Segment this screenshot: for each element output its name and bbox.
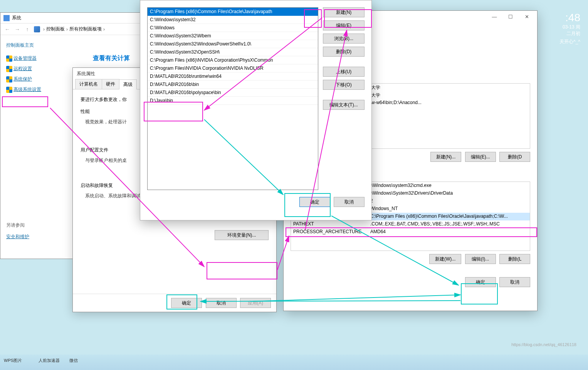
shield-icon	[6, 87, 12, 93]
path-entry[interactable]: C:\Program Files (x86)\Common Files\Orac…	[148, 8, 318, 16]
shield-icon	[6, 66, 12, 72]
edit-sys-var-button[interactable]: 编辑(I)...	[465, 254, 496, 264]
edit-path-button[interactable]: 编辑(E)	[323, 20, 365, 30]
link-label: 高级系统设置	[13, 86, 41, 93]
edit-text-button[interactable]: 编辑文本(T)...	[323, 100, 365, 110]
cp-home-heading[interactable]: 控制面板主页	[6, 42, 134, 49]
edit-user-var-button[interactable]: 编辑(E)...	[465, 152, 496, 162]
path-cancel-button[interactable]: 取消	[334, 197, 365, 207]
browse-path-button[interactable]: 浏览(B)...	[323, 34, 365, 44]
sys-vars-buttons: 新建(W)... 编辑(I)... 删除(L	[291, 254, 530, 264]
nav-back-button[interactable]: ←	[2, 25, 12, 34]
control-panel-icon	[34, 26, 40, 32]
dialog-footer: 确定 取消 应用(A)	[73, 294, 276, 312]
path-entry[interactable]: C:\Windows\System32\Wbem	[148, 32, 318, 40]
var-value: 2	[368, 198, 530, 204]
new-path-button[interactable]: 新建(N)	[323, 7, 365, 17]
path-entry[interactable]: C:\Windows\system32	[148, 16, 318, 24]
path-entry[interactable]: C:\Windows\System32\WindowsPowerShell\v1…	[148, 40, 318, 48]
env-ok-button[interactable]: 确定	[465, 277, 496, 287]
path-entries-list[interactable]: C:\Program Files (x86)\Common Files\Orac…	[147, 7, 318, 190]
desktop-clock: :48 03-13 周 二月初 天开心^_^	[559, 12, 580, 45]
delete-user-var-button[interactable]: 删除(D	[499, 152, 530, 162]
var-value: C:\Program Files (x86)\Common Files\Orac…	[368, 214, 530, 220]
path-entry[interactable]: C:\Windows\System32\OpenSSH\	[148, 48, 318, 56]
breadcrumb-item[interactable]: 控制面板	[46, 26, 65, 32]
shield-icon	[6, 56, 12, 62]
tab-hardware[interactable]: 硬件	[102, 79, 119, 89]
taskbar[interactable]: WPS图片 人前加速器 微信	[0, 355, 588, 370]
path-ok-button[interactable]: 确定	[299, 197, 330, 207]
path-entry[interactable]: D:\MATLAB\R2016b\polyspace\bin	[148, 89, 318, 97]
nav-up-button[interactable]: ↑	[22, 25, 32, 34]
delete-path-button[interactable]: 删除(D)	[323, 47, 365, 57]
system-icon	[3, 15, 10, 21]
minimize-button[interactable]: —	[486, 12, 502, 22]
move-down-button[interactable]: 下移(O)	[323, 80, 365, 90]
taskbar-item[interactable]: WPS图片	[4, 358, 22, 363]
var-value: AMD64	[368, 229, 530, 235]
clock-greeting: 天开心^_^	[559, 39, 580, 45]
breadcrumb-item[interactable]: 所有控制面板项	[69, 26, 102, 32]
maximize-button[interactable]: ☐	[502, 12, 519, 22]
env-cancel-button[interactable]: 取消	[499, 277, 530, 287]
var-name: PATHEXT	[291, 221, 368, 227]
close-button[interactable]: ✕	[519, 12, 535, 22]
window-titlebar[interactable]: 系统	[0, 13, 140, 24]
var-value: :\Windows\System32\Drivers\DriverData	[368, 190, 530, 197]
path-entry[interactable]: C:\Windows	[148, 24, 318, 32]
link-label: 安全和维护	[6, 234, 29, 240]
clock-date2: 二月初	[559, 30, 580, 37]
tab-computer-name[interactable]: 计算机名	[75, 79, 102, 89]
ok-button[interactable]: 确定	[171, 298, 202, 308]
path-entry[interactable]: C:\Program Files\NVIDIA Corporation\NVID…	[148, 64, 318, 72]
tab-advanced[interactable]: 高级	[119, 79, 137, 89]
breadcrumb: ← → ↑ › 控制面板 › 所有控制面板项 ›	[0, 24, 140, 35]
env-variables-button[interactable]: 环境变量(N)...	[215, 230, 269, 240]
new-user-var-button[interactable]: 新建(N)...	[430, 152, 462, 162]
link-label: 系统保护	[13, 76, 32, 82]
window-title: 系统	[12, 15, 21, 21]
chevron-right-icon: ›	[103, 27, 105, 32]
env-footer: 确定 取消	[284, 272, 537, 293]
new-sys-var-button[interactable]: 新建(W)...	[429, 254, 461, 264]
path-side-buttons: 新建(N) 编辑(E) 浏览(B)... 删除(D) 上移(U) 下移(O) 编…	[318, 7, 365, 190]
path-entry[interactable]: D:\MATLAB\R2016b\runtime\win64	[148, 72, 318, 81]
var-value: :\Windows\system32\cmd.exe	[368, 183, 530, 189]
clock-date1: 03-13 周	[559, 24, 580, 30]
taskbar-item[interactable]: 微信	[69, 358, 78, 363]
taskbar-item[interactable]: 人前加速器	[39, 358, 60, 363]
path-entry[interactable]: D:\MATLAB\R2016b\bin	[148, 81, 318, 89]
watermark: https://blog.csdn.net/qq_46126118	[511, 342, 576, 347]
edit-path-footer: 确定 取消	[140, 197, 371, 214]
nav-forward-button[interactable]: →	[12, 25, 22, 34]
chevron-right-icon: ›	[43, 27, 45, 32]
edit-path-body: C:\Program Files (x86)\Common Files\Orac…	[140, 0, 371, 197]
delete-sys-var-button[interactable]: 删除(L	[499, 254, 530, 264]
var-value: .COM;.EXE;.BAT;.CMD;.VBS;.VBE;.JS;.JSE;.…	[368, 221, 530, 227]
var-name: PROCESSOR_ARCHITECTURE	[291, 229, 368, 235]
link-label: 设备管理器	[13, 55, 37, 62]
shield-icon	[6, 76, 12, 82]
cancel-button[interactable]: 取消	[206, 298, 237, 308]
path-entry[interactable]: D:\Java\bin	[148, 97, 318, 105]
table-row[interactable]: PROCESSOR_ARCHITECTUREAMD64	[291, 228, 530, 236]
apply-button[interactable]: 应用(A)	[240, 298, 271, 308]
table-row[interactable]: PATHEXT.COM;.EXE;.BAT;.CMD;.VBS;.VBE;.JS…	[291, 220, 530, 228]
link-label: 远程设置	[13, 66, 32, 72]
chevron-right-icon: ›	[66, 27, 68, 32]
path-entry[interactable]: C:\Program Files (x86)\NVIDIA Corporatio…	[148, 56, 318, 64]
var-value: Windows_NT	[368, 206, 530, 212]
move-up-button[interactable]: 上移(U)	[323, 67, 365, 77]
page-title: 查看有关计算	[93, 54, 130, 62]
edit-path-dialog: C:\Program Files (x86)\Common Files\Orac…	[140, 0, 372, 220]
clock-time: :48	[559, 12, 580, 24]
